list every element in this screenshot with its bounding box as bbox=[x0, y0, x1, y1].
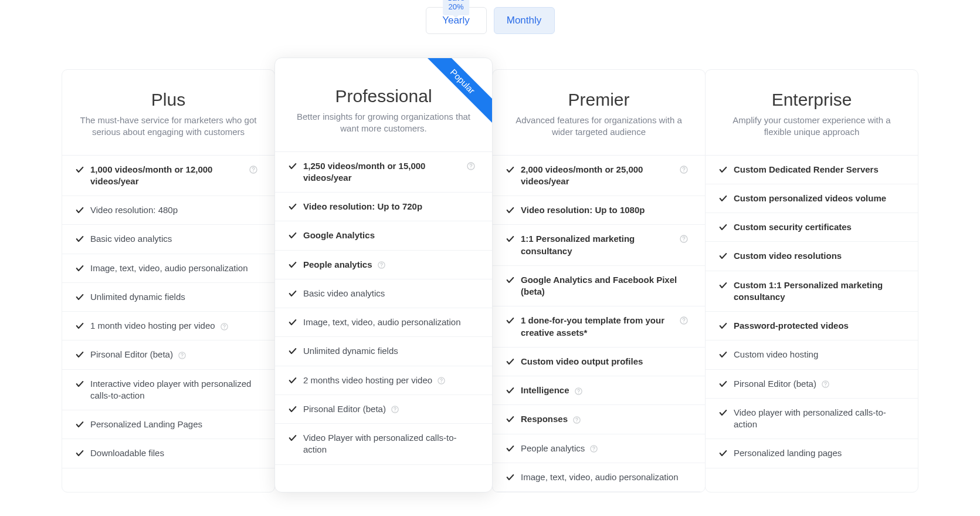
feature-text: Password-protected videos bbox=[734, 320, 901, 332]
feature-item: Video Player with personalized calls-to-… bbox=[275, 424, 492, 465]
feature-item: Video resolution: 480p bbox=[62, 196, 274, 225]
feature-text: Custom personalized videos volume bbox=[734, 193, 901, 204]
checkmark-icon bbox=[506, 444, 515, 453]
plan-header: EnterpriseAmplify your customer experien… bbox=[706, 70, 918, 155]
save-badge-line2: 20% bbox=[447, 3, 465, 12]
help-icon[interactable] bbox=[391, 405, 399, 414]
plan-card-enterprise: EnterpriseAmplify your customer experien… bbox=[705, 69, 918, 493]
help-icon[interactable] bbox=[574, 387, 583, 396]
plan-header: ProfessionalBetter insights for growing … bbox=[275, 58, 492, 151]
feature-item: People analytics bbox=[493, 434, 705, 463]
checkmark-icon bbox=[506, 386, 515, 395]
help-icon[interactable] bbox=[437, 376, 446, 385]
plan-subtitle: The must-have service for marketers who … bbox=[76, 114, 260, 139]
checkmark-icon bbox=[75, 205, 84, 215]
feature-text: Custom video hosting bbox=[734, 349, 901, 360]
checkmark-icon bbox=[288, 376, 297, 385]
plan-card-premier: PremierAdvanced features for organizatio… bbox=[492, 69, 706, 493]
help-icon[interactable] bbox=[679, 234, 689, 244]
svg-point-3 bbox=[224, 328, 225, 329]
help-icon[interactable] bbox=[220, 322, 229, 331]
feature-text: Google Analytics bbox=[303, 230, 476, 241]
checkmark-icon bbox=[75, 264, 84, 273]
plan-title: Professional bbox=[289, 86, 478, 106]
svg-point-1 bbox=[253, 171, 253, 171]
checkmark-icon bbox=[288, 289, 297, 298]
feature-text: Unlimited dynamic fields bbox=[90, 291, 258, 303]
feature-text: Video resolution: 480p bbox=[90, 204, 258, 216]
svg-point-27 bbox=[825, 386, 826, 386]
feature-text: Custom Dedicated Render Servers bbox=[734, 164, 901, 176]
checkmark-icon bbox=[718, 251, 728, 261]
checkmark-icon bbox=[506, 234, 515, 244]
checkmark-icon bbox=[288, 318, 297, 327]
help-icon[interactable] bbox=[821, 380, 830, 389]
help-icon[interactable] bbox=[466, 161, 476, 171]
svg-point-11 bbox=[441, 382, 442, 383]
feature-item: Basic video analytics bbox=[62, 225, 274, 254]
feature-item: Responses bbox=[493, 405, 705, 434]
checkmark-icon bbox=[506, 165, 515, 174]
feature-text: 1,250 videos/month or 15,000 videos/year bbox=[303, 160, 460, 184]
plan-header: PremierAdvanced features for organizatio… bbox=[493, 70, 705, 155]
feature-item: Custom video hosting bbox=[706, 340, 918, 369]
plan-features: 1,000 videos/month or 12,000 videos/year… bbox=[62, 155, 274, 468]
feature-text: Video Player with personalized calls-to-… bbox=[303, 432, 476, 456]
checkmark-icon bbox=[75, 448, 84, 458]
svg-point-19 bbox=[683, 322, 684, 323]
checkmark-icon bbox=[288, 161, 297, 171]
feature-text: Image, text, video, audio personalizatio… bbox=[303, 316, 476, 328]
feature-text: Image, text, video, audio personalizatio… bbox=[90, 262, 258, 274]
plan-title: Premier bbox=[507, 90, 691, 110]
feature-text: Google Analytics and Facebook Pixel (bet… bbox=[521, 274, 689, 298]
help-icon[interactable] bbox=[589, 444, 598, 453]
feature-item: Image, text, video, audio personalizatio… bbox=[62, 254, 274, 283]
feature-text: Custom 1:1 Personalized marketing consul… bbox=[734, 279, 901, 303]
feature-item: 1 month video hosting per video bbox=[62, 312, 274, 340]
feature-text: Custom video resolutions bbox=[734, 250, 901, 262]
feature-item: Password-protected videos bbox=[706, 312, 918, 340]
plan-title: Enterprise bbox=[720, 90, 904, 110]
feature-text: Downloadable files bbox=[90, 447, 258, 459]
feature-item: 2 months video hosting per video bbox=[275, 366, 492, 395]
help-icon[interactable] bbox=[572, 416, 581, 424]
feature-text: Video resolution: Up to 720p bbox=[303, 201, 476, 213]
feature-text: Personalized landing pages bbox=[734, 447, 901, 459]
plan-subtitle: Better insights for growing organization… bbox=[289, 111, 478, 135]
checkmark-icon bbox=[288, 433, 297, 443]
feature-item: People analytics bbox=[275, 251, 492, 279]
feature-text: People analytics bbox=[521, 443, 689, 454]
feature-text: Basic video analytics bbox=[90, 233, 258, 245]
help-icon[interactable] bbox=[679, 165, 689, 174]
checkmark-icon bbox=[506, 357, 515, 366]
toggle-monthly-button[interactable]: Monthly bbox=[494, 7, 555, 34]
svg-point-23 bbox=[577, 421, 577, 422]
feature-text: 1 done-for-you template from your creati… bbox=[521, 315, 673, 339]
feature-item: Google Analytics and Facebook Pixel (bet… bbox=[493, 266, 705, 307]
help-icon[interactable] bbox=[679, 316, 689, 325]
feature-text: Responses bbox=[521, 413, 689, 425]
help-icon[interactable] bbox=[178, 351, 186, 360]
feature-item: Custom personalized videos volume bbox=[706, 184, 918, 213]
checkmark-icon bbox=[75, 350, 84, 359]
feature-item: 1 done-for-you template from your creati… bbox=[493, 306, 705, 348]
plan-card-professional: PopularProfessionalBetter insights for g… bbox=[274, 58, 493, 493]
help-icon[interactable] bbox=[377, 261, 386, 269]
feature-item: Custom security certificates bbox=[706, 213, 918, 242]
checkmark-icon bbox=[288, 346, 297, 356]
billing-toggle: Save 20% Yearly Monthly bbox=[0, 0, 980, 58]
checkmark-icon bbox=[75, 165, 84, 174]
checkmark-icon bbox=[288, 231, 297, 240]
feature-text: Pirsonal Editor (beta) bbox=[303, 403, 476, 415]
plan-features: Custom Dedicated Render ServersCustom pe… bbox=[706, 155, 918, 468]
feature-text: Interactive video player with personaliz… bbox=[90, 378, 258, 402]
feature-item: Custom Dedicated Render Servers bbox=[706, 156, 918, 184]
checkmark-icon bbox=[288, 260, 297, 269]
help-icon[interactable] bbox=[249, 165, 258, 174]
checkmark-icon bbox=[718, 408, 728, 417]
plan-features: 2,000 videos/month or 25,000 videos/year… bbox=[493, 155, 705, 493]
checkmark-icon bbox=[506, 473, 515, 482]
checkmark-icon bbox=[75, 292, 84, 302]
save-badge: Save 20% bbox=[443, 0, 470, 15]
feature-text: Pirsonal Editor (beta) bbox=[90, 349, 258, 360]
